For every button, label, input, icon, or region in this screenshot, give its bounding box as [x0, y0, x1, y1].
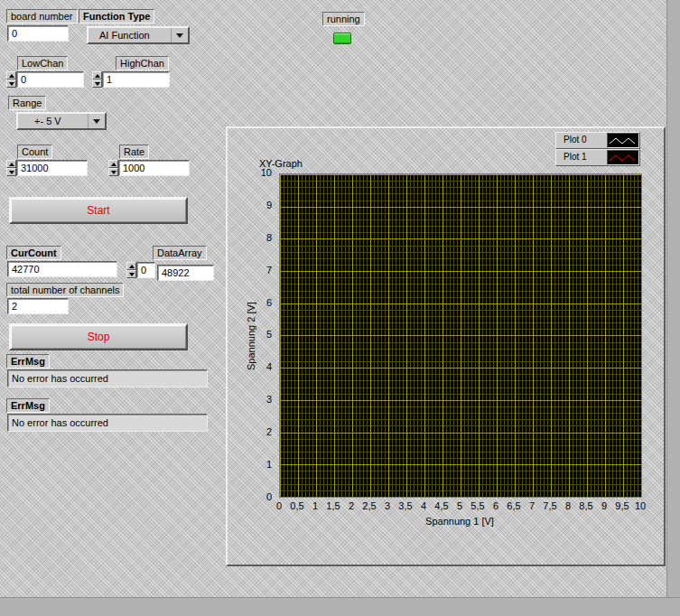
x-tick-label: 2,5 [360, 500, 378, 511]
function-type-label: Function Type [79, 9, 154, 23]
total-channels-label: total number of channels [6, 283, 124, 297]
y-tick-label: 9 [228, 199, 276, 211]
legend-item[interactable]: Plot 1 [555, 149, 640, 166]
x-tick-label: 7,5 [541, 500, 559, 511]
xy-graph-panel: XY-Graph Plot 0 Plot 1 109876543210 00,5… [226, 126, 666, 566]
dataarray-label: DataArray [153, 246, 207, 260]
up-arrow-icon [9, 74, 14, 78]
dropdown-arrow-icon [88, 114, 105, 128]
x-tick-label: 0 [270, 500, 288, 511]
x-tick-label: 5,5 [469, 500, 487, 511]
x-tick-label: 8 [559, 500, 577, 511]
x-tick-label: 0,5 [288, 500, 306, 511]
legend-item-label: Plot 0 [556, 133, 607, 148]
plot-line-icon [607, 150, 639, 165]
curcount-label: CurCount [6, 246, 61, 260]
legend-item-label: Plot 1 [556, 150, 607, 165]
down-arrow-icon [9, 82, 14, 86]
count-control: 31000 [6, 160, 88, 176]
board-number-field[interactable]: 0 [7, 25, 69, 42]
start-button[interactable]: Start [9, 197, 188, 224]
highchan-label: HighChan [116, 56, 169, 70]
x-tick-label: 6 [487, 500, 505, 511]
rate-decrement-button[interactable] [108, 168, 118, 176]
y-tick-label: 10 [228, 166, 276, 179]
x-tick-label: 9,5 [613, 500, 631, 511]
highchan-field[interactable]: 1 [102, 71, 170, 88]
count-increment-button[interactable] [6, 160, 16, 168]
total-channels-field: 2 [7, 298, 69, 314]
count-label: Count [17, 145, 52, 159]
plot-legend: Plot 0 Plot 1 [555, 132, 640, 166]
up-arrow-icon [95, 74, 100, 78]
legend-item[interactable]: Plot 0 [555, 132, 640, 149]
curcount-field: 42770 [7, 261, 117, 277]
x-tick-label: 9 [595, 500, 613, 511]
errmsg-top-label: ErrMsg [6, 354, 50, 369]
dropdown-arrow-icon [171, 28, 188, 42]
highchan-control: 1 [92, 71, 170, 88]
rate-field[interactable]: 1000 [118, 160, 190, 176]
range-dropdown[interactable]: +- 5 V [16, 112, 107, 130]
range-value: +- 5 V [34, 116, 61, 126]
errmsg-bottom-label: ErrMsg [6, 398, 50, 413]
x-tick-label: 7 [523, 500, 541, 511]
y-tick-label: 0 [228, 490, 276, 503]
x-axis-title: Spannung 1 [V] [279, 516, 640, 527]
stop-button[interactable]: Stop [9, 323, 188, 350]
dataarray-index-field[interactable]: 0 [136, 262, 155, 278]
rate-control: 1000 [108, 160, 190, 176]
errmsg-bottom-field: No error has occurred [7, 414, 208, 432]
down-arrow-icon [9, 171, 14, 174]
down-arrow-icon [129, 273, 135, 276]
lowchan-control: 0 [6, 71, 84, 88]
x-tick-label: 3,5 [396, 500, 415, 511]
function-type-value: AI Function [99, 30, 150, 41]
rate-increment-button[interactable] [108, 160, 118, 168]
y-axis-title: Spannung 2 [V] [246, 253, 256, 419]
up-arrow-icon [111, 163, 116, 166]
rate-label: Rate [119, 145, 149, 159]
lowchan-label: LowChan [17, 56, 68, 70]
running-led [333, 33, 351, 44]
dataarray-index-control: 0 [126, 262, 155, 278]
dataarray-index-increment-button[interactable] [126, 262, 136, 270]
x-tick-label: 10 [631, 500, 649, 511]
x-tick-label: 1,5 [324, 500, 342, 511]
lowchan-increment-button[interactable] [6, 71, 16, 79]
x-tick-label: 8,5 [577, 500, 595, 511]
running-label: running [322, 12, 365, 26]
y-tick-label: 8 [228, 231, 276, 244]
down-arrow-icon [111, 171, 116, 174]
down-arrow-icon [95, 82, 100, 86]
y-tick-label: 2 [228, 425, 276, 438]
x-tick-label: 4 [415, 500, 433, 511]
plot-area[interactable] [279, 173, 642, 498]
lowchan-field[interactable]: 0 [16, 71, 84, 88]
highchan-increment-button[interactable] [92, 71, 102, 79]
labview-front-panel: { "window": {"width": 753, "height": 682… [0, 0, 680, 616]
x-tick-label: 4,5 [433, 500, 451, 511]
up-arrow-icon [129, 265, 135, 268]
window-edge-right [666, 0, 680, 616]
x-tick-label: 1 [306, 500, 324, 511]
range-label: Range [8, 96, 46, 110]
y-tick-label: 1 [228, 458, 276, 471]
errmsg-top-field: No error has occurred [7, 369, 208, 387]
lowchan-decrement-button[interactable] [6, 79, 16, 88]
x-tick-label: 3 [378, 500, 396, 511]
count-field[interactable]: 31000 [16, 160, 88, 176]
x-tick-label: 2 [342, 500, 360, 511]
x-tick-label: 6,5 [505, 500, 523, 511]
dataarray-value-field: 48922 [157, 265, 214, 281]
up-arrow-icon [9, 163, 14, 166]
plot-line-icon [607, 133, 639, 148]
dataarray-index-decrement-button[interactable] [126, 270, 136, 278]
highchan-decrement-button[interactable] [92, 79, 102, 88]
count-decrement-button[interactable] [6, 168, 16, 176]
function-type-dropdown[interactable]: AI Function [87, 26, 190, 44]
x-axis-tick-labels: 00,511,522,533,544,555,566,577,588,599,5… [270, 500, 649, 511]
x-tick-label: 5 [451, 500, 469, 511]
window-edge-bottom [0, 597, 680, 616]
board-number-label: board number [6, 9, 78, 23]
